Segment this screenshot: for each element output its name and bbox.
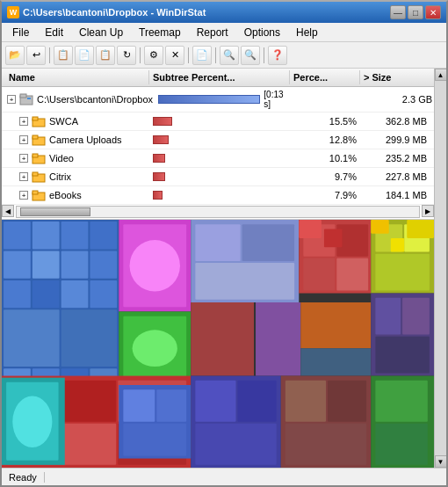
bar-cell — [149, 189, 290, 201]
menu-help[interactable]: Help — [289, 25, 325, 40]
svg-rect-90 — [407, 220, 434, 238]
status-text: Ready — [7, 472, 45, 483]
file-name-text: eBooks — [49, 190, 82, 200]
drive-icon — [19, 93, 33, 105]
svg-rect-12 — [33, 191, 38, 194]
menu-report[interactable]: Report — [190, 25, 235, 40]
expand-button[interactable]: + — [19, 117, 28, 126]
close-button[interactable]: ✕ — [425, 5, 441, 19]
size-text: 184.1 MB — [360, 188, 430, 202]
size-text: 299.9 MB — [360, 133, 430, 147]
table-row[interactable]: + eBooks 7.9% 184.1 MB — [2, 186, 434, 205]
toolbar-copy2-btn[interactable]: 📄 — [75, 46, 94, 65]
scroll-right-btn[interactable]: ▶ — [422, 205, 434, 217]
expand-button[interactable]: + — [19, 154, 28, 163]
svg-rect-54 — [336, 258, 368, 291]
svg-rect-16 — [61, 222, 89, 249]
menu-cleanup[interactable]: Clean Up — [72, 25, 130, 40]
svg-rect-20 — [61, 251, 89, 279]
svg-rect-53 — [303, 258, 335, 291]
toolbar-settings-btn[interactable]: ⚙ — [144, 46, 163, 65]
col-subtree: Subtree Percent... — [149, 70, 290, 84]
table-row[interactable]: + Citrix 9.7% 227.8 MB — [2, 168, 434, 186]
svg-rect-96 — [123, 424, 186, 456]
h-scrollbar-area: ◀ ▶ — [2, 205, 434, 219]
col-percent: Perce... — [290, 70, 360, 84]
percent-text — [295, 98, 365, 101]
expand-button[interactable]: + — [19, 172, 28, 181]
percent-text: 9.7% — [290, 170, 360, 184]
svg-rect-95 — [156, 389, 186, 422]
toolbar-zoomout-btn[interactable]: 🔍 — [241, 46, 260, 65]
h-scrollbar-thumb[interactable] — [20, 207, 90, 216]
svg-rect-15 — [33, 222, 60, 249]
file-name-cell: + Camera Uploads — [5, 132, 149, 148]
svg-rect-59 — [191, 302, 254, 376]
toolbar-sep-2 — [140, 47, 141, 63]
toolbar-zoomin-btn[interactable]: 🔍 — [220, 46, 239, 65]
expand-button[interactable]: + — [19, 191, 28, 200]
toolbar-reload-btn[interactable]: ↻ — [117, 46, 136, 65]
content-area: Name Subtree Percent... Perce... > Size … — [2, 69, 446, 468]
svg-rect-18 — [4, 251, 31, 279]
col-name: Name — [5, 70, 149, 84]
svg-rect-61 — [300, 302, 371, 348]
toolbar: 📂 ↩ 📋 📄 📋 ↻ ⚙ ✕ 📄 🔍 🔍 ❓ — [2, 42, 446, 69]
size-text: 362.8 MB — [360, 114, 430, 128]
menu-treemap[interactable]: Treemap — [132, 25, 188, 40]
scroll-up-btn[interactable]: ▲ — [435, 69, 447, 81]
toolbar-copy3-btn[interactable]: 📋 — [96, 46, 115, 65]
percent-text: 10.1% — [290, 151, 360, 165]
svg-rect-60 — [256, 302, 300, 376]
percent-bar — [153, 191, 163, 200]
table-row[interactable]: + SWCA 15.5% 362.8 MB — [2, 113, 434, 131]
svg-point-44 — [133, 330, 177, 367]
svg-rect-1 — [20, 94, 26, 98]
table-row[interactable]: + Video 10.1% 235.2 MB — [2, 149, 434, 168]
svg-point-76 — [12, 396, 52, 447]
file-name-text: Citrix — [49, 171, 71, 182]
treemap-svg — [2, 220, 434, 468]
v-scroll-track[interactable] — [435, 81, 447, 455]
folder-icon — [32, 171, 46, 183]
toolbar-copy-btn[interactable]: 📋 — [54, 46, 73, 65]
bar-extra: [0:13 s] — [264, 90, 292, 109]
svg-rect-8 — [33, 154, 38, 157]
maximize-button[interactable]: □ — [408, 5, 423, 19]
toolbar-refresh-btn[interactable]: ↩ — [26, 46, 46, 65]
scroll-left-btn[interactable]: ◀ — [2, 205, 14, 217]
toolbar-delete-btn[interactable]: ✕ — [165, 46, 184, 65]
toolbar-doc-btn[interactable]: 📄 — [192, 46, 212, 65]
percent-bar — [153, 172, 165, 181]
file-name-text: SWCA — [49, 116, 78, 127]
file-name-cell: + eBooks — [5, 187, 149, 203]
menu-options[interactable]: Options — [237, 25, 287, 40]
folder-icon — [32, 189, 46, 201]
svg-rect-86 — [375, 381, 427, 422]
percent-text: 12.8% — [290, 133, 360, 147]
scroll-down-btn[interactable]: ▼ — [435, 455, 447, 468]
expand-button[interactable]: + — [7, 95, 16, 104]
window-title: C:\Users\bcantoni\Dropbox - WinDirStat — [23, 7, 206, 18]
treemap-container[interactable] — [2, 220, 434, 468]
percent-text: 7.9% — [290, 188, 360, 202]
table-row[interactable]: + Camera Uploads 12.8% 299.9 MB — [2, 131, 434, 149]
bar-cell — [149, 171, 290, 183]
svg-rect-87 — [375, 424, 427, 465]
svg-rect-65 — [402, 298, 430, 335]
svg-rect-66 — [375, 337, 430, 374]
menu-edit[interactable]: Edit — [38, 25, 70, 40]
svg-rect-26 — [4, 309, 60, 367]
file-name-cell: + SWCA — [5, 113, 149, 129]
h-scrollbar[interactable] — [16, 206, 420, 218]
folder-icon — [32, 134, 46, 146]
toolbar-open-btn[interactable]: 📂 — [5, 46, 25, 65]
svg-rect-10 — [33, 172, 38, 176]
menu-file[interactable]: File — [5, 25, 36, 40]
table-row[interactable]: + C:\Users\bcantoni\Dropbox [0:13 s] 2 — [2, 87, 434, 113]
expand-button[interactable]: + — [19, 135, 28, 144]
minimize-button[interactable]: — — [390, 5, 406, 19]
svg-rect-19 — [33, 251, 60, 279]
toolbar-help-btn[interactable]: ❓ — [268, 46, 287, 65]
file-name-text: Camera Uploads — [49, 134, 122, 145]
